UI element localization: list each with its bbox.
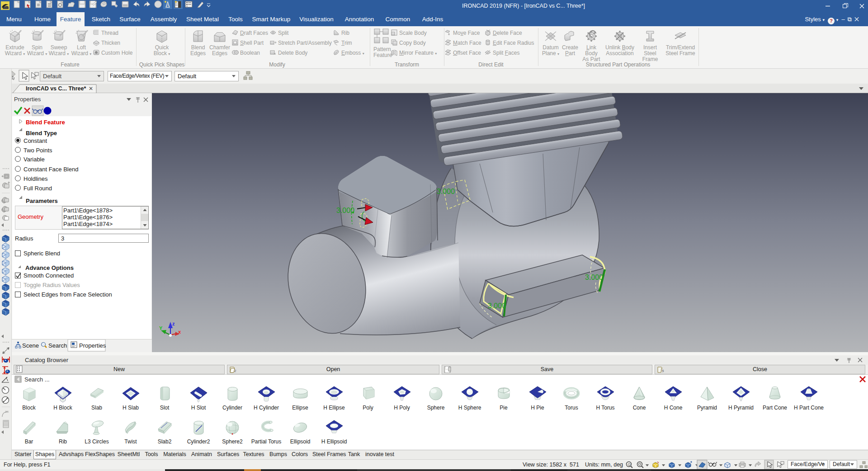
svg-text:3.000: 3.000 xyxy=(437,188,455,195)
svg-text:x: x xyxy=(178,329,181,334)
svg-text:3.000: 3.000 xyxy=(585,273,603,281)
svg-text:Y: Y xyxy=(159,325,163,331)
svg-text:3.000: 3.000 xyxy=(336,207,354,214)
svg-text:z: z xyxy=(172,321,175,326)
svg-text:3.000: 3.000 xyxy=(488,302,506,310)
svg-text:Q: Q xyxy=(628,462,631,466)
